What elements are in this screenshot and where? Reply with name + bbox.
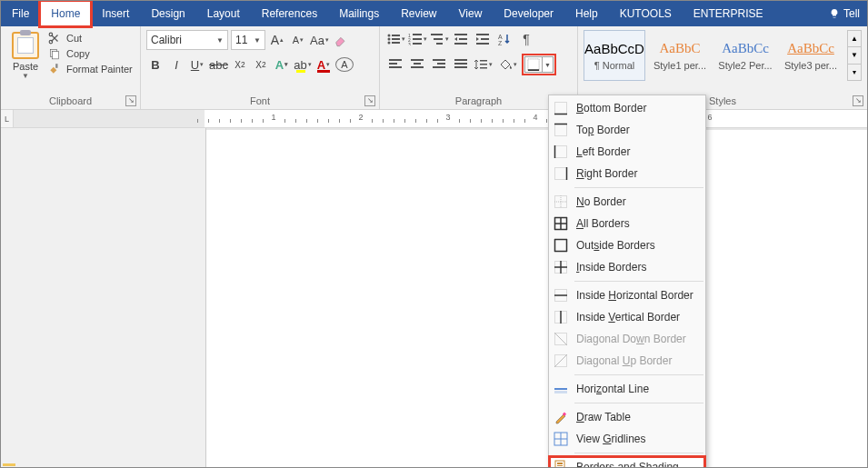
show-marks-button[interactable]: ¶ [516, 30, 536, 48]
border-menu-item[interactable]: Inside Borders [549, 256, 705, 278]
border-menu-item[interactable]: All Borders [549, 213, 705, 234]
menu-item-label: Draw Table [576, 411, 631, 423]
border-menu-item[interactable]: Top Border [549, 119, 705, 141]
border-menu-item[interactable]: Horizontal Line [549, 378, 705, 400]
style-1[interactable]: AaBbC Style1 per... [649, 30, 711, 81]
border-menu-item[interactable]: Inside Horizontal Border [549, 284, 705, 306]
strikethrough-button[interactable]: abc [209, 55, 228, 74]
increase-indent-button[interactable] [473, 30, 493, 48]
svg-point-5 [387, 35, 390, 37]
superscript-button[interactable]: X2 [252, 55, 270, 74]
text-effects-button[interactable]: A▾ [273, 55, 291, 74]
ruler-scale[interactable]: 123456 [205, 110, 867, 127]
tell-me[interactable]: Tell [822, 7, 867, 20]
tab-developer[interactable]: Developer [493, 1, 564, 26]
tab-kutools[interactable]: KUTOOLS [609, 1, 683, 26]
borders-split-button[interactable]: ▼ [522, 54, 556, 75]
tab-file[interactable]: File [1, 1, 40, 26]
svg-rect-51 [555, 168, 567, 180]
cut-button[interactable]: Cut [48, 32, 135, 45]
styles-up-button[interactable]: ▲ [848, 31, 861, 47]
style-3[interactable]: AaBbCc Style3 per... [780, 30, 842, 81]
shading-button[interactable]: ▾ [494, 55, 520, 74]
svg-point-0 [49, 33, 53, 36]
svg-rect-29 [389, 63, 397, 65]
tab-enterprise[interactable]: ENTERPRISE [683, 1, 774, 26]
border-menu-item[interactable]: Outside Borders [549, 234, 705, 256]
shrink-font-button[interactable]: A▾ [289, 31, 307, 49]
borders-button[interactable] [524, 56, 543, 73]
tab-selector[interactable]: L [1, 110, 14, 127]
underline-button[interactable]: U▾ [188, 55, 206, 74]
menu-item-label: Inside Vertical Border [576, 311, 680, 324]
border-menu-item[interactable]: Borders and Shading... [549, 456, 705, 468]
svg-point-1 [49, 40, 53, 44]
tab-help[interactable]: Help [564, 1, 609, 26]
bullets-button[interactable]: ▾ [385, 30, 405, 48]
chevron-down-icon: ▼ [216, 36, 224, 45]
grow-font-button[interactable]: A▴ [268, 31, 286, 49]
line-spacing-button[interactable]: ▾ [473, 55, 493, 74]
svg-rect-35 [437, 63, 445, 65]
clipboard-group-label: Clipboard↘ [1, 94, 140, 109]
svg-rect-20 [454, 34, 467, 35]
border-menu-item[interactable]: Right Border [549, 163, 705, 184]
format-painter-button[interactable]: Format Painter [48, 63, 135, 75]
border-menu-item[interactable]: Left Border [549, 141, 705, 163]
clear-formatting-button[interactable] [332, 31, 350, 49]
ruler-number: 6 [707, 113, 712, 122]
styles-dialog-launcher[interactable]: ↘ [853, 95, 863, 106]
tab-review[interactable]: Review [390, 1, 447, 26]
numbering-button[interactable]: 123▾ [407, 30, 427, 48]
border-menu-item: Diagonal Up Border [549, 350, 705, 372]
enclose-char-button[interactable]: A [335, 57, 354, 72]
chevron-down-icon[interactable]: ▼ [22, 72, 29, 80]
border-menu-item[interactable]: Bottom Border [549, 97, 705, 119]
font-size-combo[interactable]: 11▼ [231, 30, 265, 50]
change-case-button[interactable]: Aa▾ [310, 31, 329, 49]
styles-down-button[interactable]: ▼ [848, 47, 861, 64]
tab-mailings[interactable]: Mailings [328, 1, 390, 26]
border-menu-item[interactable]: Inside Vertical Border [549, 306, 705, 328]
border-menu-item[interactable]: Draw Table [549, 406, 705, 428]
border-menu-item[interactable]: View Gridlines [549, 428, 705, 450]
tab-design[interactable]: Design [140, 1, 195, 26]
italic-button[interactable]: I [167, 55, 185, 74]
highlight-button[interactable]: ab▾ [294, 55, 312, 74]
font-color-button[interactable]: A▾ [314, 55, 333, 74]
svg-rect-8 [392, 38, 400, 40]
sort-button[interactable]: AZ [494, 30, 514, 48]
align-left-button[interactable] [385, 55, 405, 74]
style-2[interactable]: AaBbCc Style2 Per... [714, 30, 776, 81]
subscript-button[interactable]: X2 [231, 55, 249, 74]
align-center-button[interactable] [407, 55, 427, 74]
border-lb-icon [553, 144, 569, 160]
align-right-button[interactable] [429, 55, 449, 74]
multilevel-button[interactable]: ▾ [429, 30, 449, 48]
styles-gallery[interactable]: AaBbCcD ¶ Normal AaBbC Style1 per... AaB… [584, 28, 862, 81]
bold-button[interactable]: B [146, 55, 165, 74]
document-page[interactable] [205, 128, 867, 468]
svg-rect-17 [431, 34, 443, 35]
border-menu-item[interactable]: No Border [549, 191, 705, 213]
clipboard-dialog-launcher[interactable]: ↘ [125, 95, 136, 106]
ruler[interactable]: L 123456 [1, 110, 867, 128]
svg-rect-42 [480, 67, 487, 69]
style-normal[interactable]: AaBbCcD ¶ Normal [584, 30, 645, 81]
tab-view[interactable]: View [448, 1, 494, 26]
decrease-indent-button[interactable] [451, 30, 471, 48]
group-font: Calibri▼ 11▼ A▴ A▾ Aa▾ B I U▾ abc X2 X2 … [141, 26, 380, 109]
font-dialog-launcher[interactable]: ↘ [364, 95, 375, 106]
tab-references[interactable]: References [251, 1, 328, 26]
border-vg-icon [553, 431, 569, 447]
justify-button[interactable] [451, 55, 471, 74]
font-name-combo[interactable]: Calibri▼ [146, 30, 228, 50]
paste-split[interactable]: Paste ▼ [6, 30, 45, 80]
tab-layout[interactable]: Layout [196, 1, 251, 26]
borders-dropdown-button[interactable]: ▼ [543, 56, 554, 73]
tab-insert[interactable]: Insert [91, 1, 140, 26]
tab-home[interactable]: Home [40, 1, 91, 26]
styles-more-button[interactable]: ▾ [848, 65, 861, 80]
svg-rect-3 [53, 52, 59, 59]
copy-button[interactable]: Copy [48, 47, 135, 60]
